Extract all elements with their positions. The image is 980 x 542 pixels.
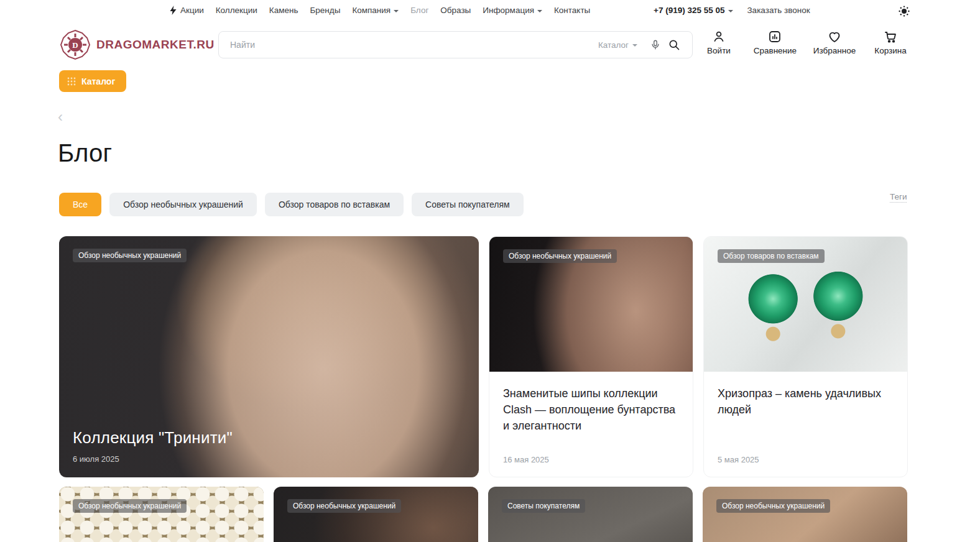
filter-all[interactable]: Все	[59, 193, 101, 216]
blog-card-trinity[interactable]: Обзор необычных украшений Коллекция "Три…	[59, 236, 479, 477]
blog-card-image: Обзор товаров по вставкам	[704, 237, 907, 372]
blog-card-image	[488, 487, 693, 542]
blog-card-body: Знаменитые шипы коллекции Clash — воплощ…	[489, 372, 693, 477]
nav-label: Акции	[180, 6, 204, 15]
compare-icon	[767, 29, 782, 44]
blog-cards-row-1: Обзор необычных украшений Коллекция "Три…	[59, 236, 908, 477]
blog-card-image: Обзор необычных украшений	[489, 237, 693, 372]
category-badge: Обзор товаров по вставкам	[718, 249, 825, 263]
favorites-button[interactable]: Избранное	[813, 29, 856, 55]
blog-card-pearls[interactable]: Обзор необычных украшений	[59, 487, 264, 542]
filter-buyer-tips[interactable]: Советы покупателям	[412, 193, 524, 216]
chevron-down-icon	[537, 10, 542, 12]
category-badge: Обзор необычных украшений	[503, 249, 617, 263]
nav-item-kollekcii[interactable]: Коллекции	[216, 6, 257, 15]
heart-icon	[827, 29, 842, 44]
nav-item-akcii[interactable]: Акции	[169, 6, 204, 15]
blog-card-stone-earrings[interactable]: Обзор необычных украшений	[703, 487, 907, 542]
chevron-down-icon	[394, 10, 399, 12]
nav-item-kompaniya[interactable]: Компания	[352, 6, 399, 15]
nav-item-blog[interactable]: Блог	[410, 6, 428, 15]
blog-card-clash[interactable]: Обзор необычных украшений Знаменитые шип…	[489, 236, 693, 477]
logo[interactable]: D DRAGOMARKET.RU	[59, 29, 215, 61]
search-category-dropdown[interactable]: Каталог	[598, 40, 637, 50]
nav-item-brendy[interactable]: Бренды	[310, 6, 340, 15]
phone-number[interactable]: +7 (919) 325 55 05	[654, 6, 733, 15]
blog-filters: Все Обзор необычных украшений Обзор това…	[59, 193, 524, 216]
blog-card-buyer-tips[interactable]: Советы покупателям	[488, 487, 693, 542]
callback-link[interactable]: Заказать звонок	[747, 6, 810, 15]
blog-card-title: Коллекция "Тринити"	[73, 428, 233, 448]
blog-card-chrysoprase[interactable]: Обзор товаров по вставкам Хризопраз – ка…	[703, 236, 908, 477]
category-badge: Обзор необычных украшений	[73, 499, 187, 513]
search-input[interactable]	[230, 40, 598, 50]
blog-card-title: Хризопраз – камень удачливых людей	[718, 385, 894, 418]
blog-card-date: 16 мая 2025	[503, 455, 549, 464]
blog-card-mens-jewelry[interactable]: Обзор необычных украшений	[274, 487, 478, 542]
blog-card-body: Хризопраз – камень удачливых людей 5 мая…	[704, 372, 907, 477]
filter-unusual-jewelry[interactable]: Обзор необычных украшений	[109, 193, 257, 216]
tags-link[interactable]: Теги	[890, 192, 907, 203]
blog-card-image	[59, 487, 264, 542]
top-nav: Акции Коллекции Камень Бренды Компания Б…	[169, 6, 590, 15]
cart-button[interactable]: Корзина	[872, 29, 908, 55]
catalog-button[interactable]: Каталог	[59, 70, 126, 92]
nav-item-obrazy[interactable]: Образы	[440, 6, 471, 15]
nav-item-kamen[interactable]: Камень	[269, 6, 298, 15]
logo-text: DRAGOMARKET.RU	[96, 38, 215, 52]
logo-emblem-icon: D	[59, 29, 91, 61]
chevron-down-icon	[632, 44, 637, 47]
blog-card-image	[703, 487, 907, 542]
category-badge: Обзор необычных украшений	[73, 249, 187, 262]
compare-button[interactable]: Сравнение	[754, 29, 797, 55]
header-actions: Войти Сравнение Избранное Корзина	[701, 29, 908, 55]
nav-item-informaciya[interactable]: Информация	[483, 6, 542, 15]
blog-cards-row-2: Обзор необычных украшений Обзор необычны…	[59, 487, 907, 542]
filter-by-inserts[interactable]: Обзор товаров по вставкам	[265, 193, 404, 216]
lightning-icon	[169, 6, 177, 15]
back-button[interactable]: ‹	[58, 109, 63, 124]
category-badge: Советы покупателям	[502, 499, 585, 513]
cart-icon	[883, 29, 898, 44]
blog-card-date: 6 июля 2025	[73, 454, 119, 464]
page-title: Блог	[58, 139, 112, 167]
blog-page: Акции Коллекции Камень Бренды Компания Б…	[0, 0, 980, 542]
category-badge: Обзор необычных украшений	[287, 499, 401, 513]
blog-card-date: 5 мая 2025	[718, 455, 759, 464]
svg-text:D: D	[72, 40, 78, 50]
search-icon[interactable]	[665, 35, 683, 54]
phone-group: +7 (919) 325 55 05 Заказать звонок	[654, 6, 810, 15]
category-badge: Обзор необычных украшений	[716, 499, 830, 513]
search-bar: Каталог	[218, 31, 693, 58]
chevron-down-icon	[728, 10, 733, 12]
microphone-icon[interactable]	[646, 35, 665, 54]
theme-toggle-sun-icon[interactable]	[898, 5, 910, 17]
user-icon	[711, 29, 726, 44]
blog-card-image	[274, 487, 478, 542]
blog-card-title: Знаменитые шипы коллекции Clash — воплощ…	[503, 385, 679, 434]
grid-dots-icon	[67, 76, 76, 86]
nav-item-kontakty[interactable]: Контакты	[554, 6, 590, 15]
login-button[interactable]: Войти	[701, 29, 737, 55]
